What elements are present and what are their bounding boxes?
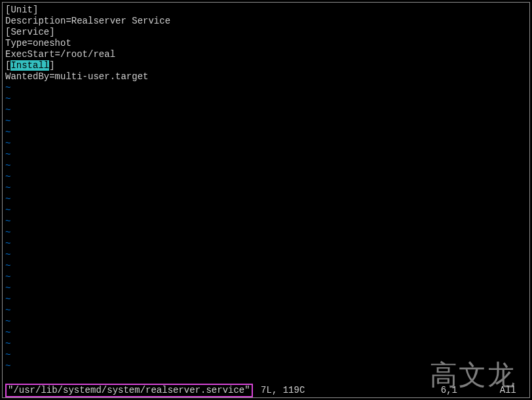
file-line: [Install] <box>5 60 527 71</box>
empty-line-tilde: ~ <box>5 294 527 305</box>
file-line: [Unit] <box>5 5 527 16</box>
empty-line-tilde: ~ <box>5 261 527 272</box>
empty-line-tilde: ~ <box>5 183 527 194</box>
empty-line-tilde: ~ <box>5 205 527 216</box>
empty-line-tilde: ~ <box>5 172 527 183</box>
empty-line-tilde: ~ <box>5 350 527 361</box>
empty-line-tilde: ~ <box>5 361 527 372</box>
empty-line-tilde: ~ <box>5 127 527 138</box>
cursor-line-highlight: Install <box>10 60 49 71</box>
editor-buffer[interactable]: [Unit]Description=Realserver Service[Ser… <box>5 5 527 372</box>
empty-line-tilde: ~ <box>5 160 527 172</box>
file-line: Type=oneshot <box>5 38 527 49</box>
empty-line-tilde: ~ <box>5 105 527 116</box>
empty-line-tilde: ~ <box>5 116 527 127</box>
empty-line-tilde: ~ <box>5 316 527 327</box>
file-path-highlight: "/usr/lib/systemd/system/realserver.serv… <box>5 384 253 397</box>
empty-line-tilde: ~ <box>5 338 527 350</box>
empty-line-tilde: ~ <box>5 249 527 261</box>
empty-line-tilde: ~ <box>5 94 527 105</box>
empty-line-tilde: ~ <box>5 82 527 94</box>
empty-line-tilde: ~ <box>5 194 527 205</box>
empty-line-tilde: ~ <box>5 216 527 227</box>
empty-line-tilde: ~ <box>5 283 527 294</box>
terminal-window[interactable]: [Unit]Description=Realserver Service[Ser… <box>2 2 530 398</box>
file-line: [Service] <box>5 27 527 38</box>
empty-line-tilde: ~ <box>5 305 527 316</box>
empty-line-tilde: ~ <box>5 227 527 238</box>
empty-line-tilde: ~ <box>5 149 527 160</box>
file-line: Description=Realserver Service <box>5 16 527 27</box>
empty-line-tilde: ~ <box>5 272 527 283</box>
file-line: ExecStart=/root/real <box>5 49 527 60</box>
empty-line-tilde: ~ <box>5 238 527 249</box>
file-info: 7L, 119C <box>256 385 527 396</box>
file-line: WantedBy=multi-user.target <box>5 71 527 82</box>
empty-line-tilde: ~ <box>5 327 527 338</box>
empty-line-tilde: ~ <box>5 138 527 149</box>
scroll-indicator: All <box>500 385 516 396</box>
cursor-position: 6,1 <box>441 385 457 396</box>
